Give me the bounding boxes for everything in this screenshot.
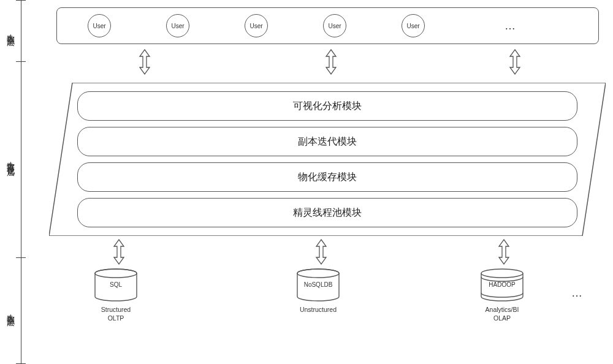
ellipsis-icon: … [571, 287, 584, 300]
module-daemon-thread-pool: 精灵线程池模块 [77, 198, 577, 227]
double-arrow-icon [325, 49, 337, 75]
double-arrow-icon [498, 239, 510, 265]
user-node: User [245, 14, 268, 37]
user-layer-box: User User User User User … [56, 7, 599, 44]
datasource-hadoop: HADOOP Analytics/BIOLAP [479, 268, 525, 322]
module-materialized-cache: 物化缓存模块 [77, 162, 577, 192]
svg-point-5 [481, 269, 523, 278]
datasource-layer: SQL StructuredOLTP NoSQLDB Unstructured … [56, 268, 602, 360]
double-arrow-icon [139, 49, 151, 75]
user-node: User [402, 14, 425, 37]
double-arrow-icon [315, 239, 327, 265]
double-arrow-icon [113, 239, 125, 265]
visualization-layer-box: 可视化分析模块 副本迭代模块 物化缓存模块 精灵线程池模块 [49, 83, 606, 236]
layer-label-middle: 大数据可视化层 [0, 61, 21, 257]
axis-line [21, 0, 21, 364]
user-node: User [88, 14, 111, 37]
double-arrow-icon [509, 49, 521, 75]
module-replica-iteration: 副本迭代模块 [77, 127, 577, 156]
module-visual-analysis: 可视化分析模块 [77, 91, 577, 121]
layer-label-top: 大数据源层 [0, 0, 21, 61]
datasource-nosql: NoSQLDB Unstructured [295, 268, 341, 314]
datasource-sql: SQL StructuredOLTP [93, 268, 139, 322]
ellipsis-icon: … [504, 20, 517, 32]
user-node: User [166, 14, 189, 37]
user-node: User [323, 14, 346, 37]
layer-label-bottom: 大数据源层 [0, 257, 21, 364]
